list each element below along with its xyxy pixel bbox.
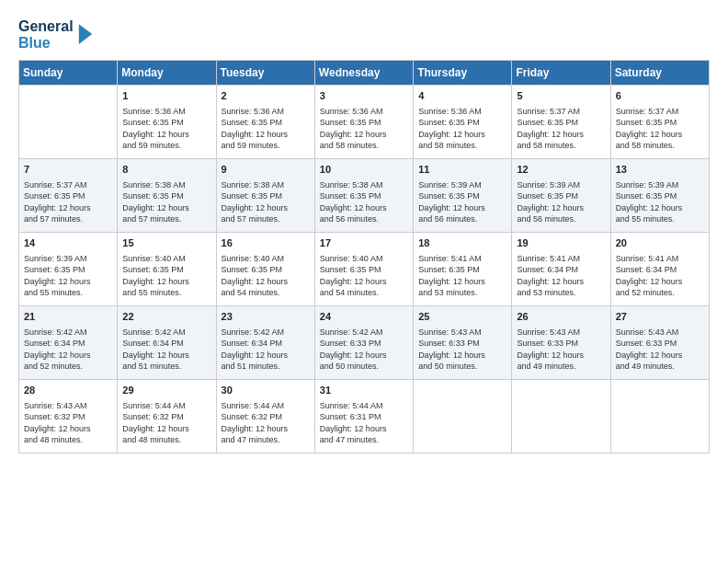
logo-arrow-icon (77, 22, 94, 48)
cell-content: Sunrise: 5:43 AM Sunset: 6:32 PM Dayligh… (24, 400, 112, 446)
day-number: 31 (320, 384, 408, 397)
day-number: 18 (418, 236, 506, 250)
cell-content: Sunrise: 5:36 AM Sunset: 6:35 PM Dayligh… (320, 106, 408, 152)
col-header-thursday: Thursday (414, 61, 512, 86)
calendar-cell: 29Sunrise: 5:44 AM Sunset: 6:32 PM Dayli… (118, 380, 216, 454)
day-number: 11 (418, 163, 506, 177)
col-header-sunday: Sunday (19, 61, 118, 86)
day-number: 8 (122, 163, 210, 177)
day-number: 24 (320, 310, 408, 324)
day-number: 3 (320, 89, 408, 103)
day-number: 21 (24, 310, 112, 324)
day-number: 2 (222, 89, 310, 103)
cell-content: Sunrise: 5:44 AM Sunset: 6:32 PM Dayligh… (222, 400, 310, 446)
calendar-cell: 21Sunrise: 5:42 AM Sunset: 6:34 PM Dayli… (19, 306, 118, 380)
day-number: 19 (517, 236, 605, 250)
calendar-cell: 9Sunrise: 5:38 AM Sunset: 6:35 PM Daylig… (216, 159, 314, 233)
cell-content: Sunrise: 5:36 AM Sunset: 6:35 PM Dayligh… (418, 106, 506, 152)
cell-content: Sunrise: 5:36 AM Sunset: 6:35 PM Dayligh… (222, 106, 310, 152)
cell-content: Sunrise: 5:42 AM Sunset: 6:34 PM Dayligh… (222, 327, 310, 373)
calendar-cell: 3Sunrise: 5:36 AM Sunset: 6:35 PM Daylig… (314, 86, 413, 159)
cell-content: Sunrise: 5:43 AM Sunset: 6:33 PM Dayligh… (616, 327, 704, 373)
day-number: 15 (122, 236, 210, 250)
cell-content: Sunrise: 5:41 AM Sunset: 6:34 PM Dayligh… (616, 253, 704, 299)
cell-content: Sunrise: 5:39 AM Sunset: 6:35 PM Dayligh… (616, 179, 704, 225)
day-number: 20 (616, 236, 704, 250)
col-header-tuesday: Tuesday (216, 61, 314, 86)
calendar-cell: 24Sunrise: 5:42 AM Sunset: 6:33 PM Dayli… (314, 306, 413, 380)
calendar-cell: 6Sunrise: 5:37 AM Sunset: 6:35 PM Daylig… (610, 86, 709, 159)
cell-content: Sunrise: 5:36 AM Sunset: 6:35 PM Dayligh… (122, 106, 210, 152)
week-row-5: 28Sunrise: 5:43 AM Sunset: 6:32 PM Dayli… (19, 380, 710, 454)
week-row-3: 14Sunrise: 5:39 AM Sunset: 6:35 PM Dayli… (19, 233, 710, 306)
week-row-1: 1Sunrise: 5:36 AM Sunset: 6:35 PM Daylig… (19, 86, 710, 159)
cell-content: Sunrise: 5:40 AM Sunset: 6:35 PM Dayligh… (320, 253, 408, 299)
day-number: 16 (222, 236, 310, 250)
day-number: 12 (517, 163, 605, 177)
cell-content: Sunrise: 5:43 AM Sunset: 6:33 PM Dayligh… (517, 327, 605, 373)
calendar-cell: 19Sunrise: 5:41 AM Sunset: 6:34 PM Dayli… (512, 233, 610, 306)
cell-content: Sunrise: 5:44 AM Sunset: 6:31 PM Dayligh… (320, 400, 408, 446)
day-number: 22 (122, 310, 210, 324)
calendar-cell: 23Sunrise: 5:42 AM Sunset: 6:34 PM Dayli… (216, 306, 314, 380)
day-number: 28 (24, 384, 112, 397)
calendar-cell: 31Sunrise: 5:44 AM Sunset: 6:31 PM Dayli… (314, 380, 413, 454)
calendar-cell: 10Sunrise: 5:38 AM Sunset: 6:35 PM Dayli… (314, 159, 413, 233)
cell-content: Sunrise: 5:38 AM Sunset: 6:35 PM Dayligh… (122, 179, 210, 225)
calendar-table: SundayMondayTuesdayWednesdayThursdayFrid… (18, 60, 710, 454)
cell-content: Sunrise: 5:39 AM Sunset: 6:35 PM Dayligh… (418, 179, 506, 225)
day-number: 30 (222, 384, 310, 397)
calendar-cell: 17Sunrise: 5:40 AM Sunset: 6:35 PM Dayli… (314, 233, 413, 306)
logo-line2: Blue (18, 35, 74, 52)
day-number: 1 (122, 89, 210, 103)
col-header-saturday: Saturday (610, 61, 709, 86)
calendar-cell: 28Sunrise: 5:43 AM Sunset: 6:32 PM Dayli… (19, 380, 118, 454)
logo-line1: General (18, 18, 74, 35)
calendar-cell (414, 380, 512, 454)
calendar-cell: 2Sunrise: 5:36 AM Sunset: 6:35 PM Daylig… (216, 86, 314, 159)
cell-content: Sunrise: 5:37 AM Sunset: 6:35 PM Dayligh… (616, 106, 704, 152)
col-header-monday: Monday (118, 61, 216, 86)
cell-content: Sunrise: 5:38 AM Sunset: 6:35 PM Dayligh… (222, 179, 310, 225)
cell-content: Sunrise: 5:37 AM Sunset: 6:35 PM Dayligh… (24, 179, 112, 225)
cell-content: Sunrise: 5:38 AM Sunset: 6:35 PM Dayligh… (320, 179, 408, 225)
header-row: SundayMondayTuesdayWednesdayThursdayFrid… (19, 61, 710, 86)
calendar-cell: 11Sunrise: 5:39 AM Sunset: 6:35 PM Dayli… (414, 159, 512, 233)
cell-content: Sunrise: 5:42 AM Sunset: 6:34 PM Dayligh… (122, 327, 210, 373)
cell-content: Sunrise: 5:44 AM Sunset: 6:32 PM Dayligh… (122, 400, 210, 446)
page-header: GeneralBlue (18, 18, 710, 51)
cell-content: Sunrise: 5:41 AM Sunset: 6:35 PM Dayligh… (418, 253, 506, 299)
cell-content: Sunrise: 5:39 AM Sunset: 6:35 PM Dayligh… (517, 179, 605, 225)
calendar-cell: 18Sunrise: 5:41 AM Sunset: 6:35 PM Dayli… (414, 233, 512, 306)
cell-content: Sunrise: 5:42 AM Sunset: 6:34 PM Dayligh… (24, 327, 112, 373)
day-number: 17 (320, 236, 408, 250)
day-number: 23 (222, 310, 310, 324)
day-number: 7 (24, 163, 112, 177)
calendar-cell: 15Sunrise: 5:40 AM Sunset: 6:35 PM Dayli… (118, 233, 216, 306)
cell-content: Sunrise: 5:40 AM Sunset: 6:35 PM Dayligh… (222, 253, 310, 299)
cell-content: Sunrise: 5:40 AM Sunset: 6:35 PM Dayligh… (122, 253, 210, 299)
cell-content: Sunrise: 5:41 AM Sunset: 6:34 PM Dayligh… (517, 253, 605, 299)
cell-content: Sunrise: 5:37 AM Sunset: 6:35 PM Dayligh… (517, 106, 605, 152)
calendar-cell: 30Sunrise: 5:44 AM Sunset: 6:32 PM Dayli… (216, 380, 314, 454)
day-number: 6 (616, 89, 704, 103)
calendar-cell: 8Sunrise: 5:38 AM Sunset: 6:35 PM Daylig… (118, 159, 216, 233)
calendar-cell (512, 380, 610, 454)
logo: GeneralBlue (18, 18, 94, 51)
day-number: 29 (122, 384, 210, 397)
day-number: 4 (418, 89, 506, 103)
col-header-wednesday: Wednesday (314, 61, 413, 86)
cell-content: Sunrise: 5:43 AM Sunset: 6:33 PM Dayligh… (418, 327, 506, 373)
col-header-friday: Friday (512, 61, 610, 86)
calendar-cell: 26Sunrise: 5:43 AM Sunset: 6:33 PM Dayli… (512, 306, 610, 380)
calendar-cell: 7Sunrise: 5:37 AM Sunset: 6:35 PM Daylig… (19, 159, 118, 233)
calendar-cell: 20Sunrise: 5:41 AM Sunset: 6:34 PM Dayli… (610, 233, 709, 306)
day-number: 5 (517, 89, 605, 103)
calendar-cell: 12Sunrise: 5:39 AM Sunset: 6:35 PM Dayli… (512, 159, 610, 233)
cell-content: Sunrise: 5:42 AM Sunset: 6:33 PM Dayligh… (320, 327, 408, 373)
day-number: 25 (418, 310, 506, 324)
calendar-cell: 27Sunrise: 5:43 AM Sunset: 6:33 PM Dayli… (610, 306, 709, 380)
day-number: 27 (616, 310, 704, 324)
calendar-cell: 5Sunrise: 5:37 AM Sunset: 6:35 PM Daylig… (512, 86, 610, 159)
week-row-4: 21Sunrise: 5:42 AM Sunset: 6:34 PM Dayli… (19, 306, 710, 380)
